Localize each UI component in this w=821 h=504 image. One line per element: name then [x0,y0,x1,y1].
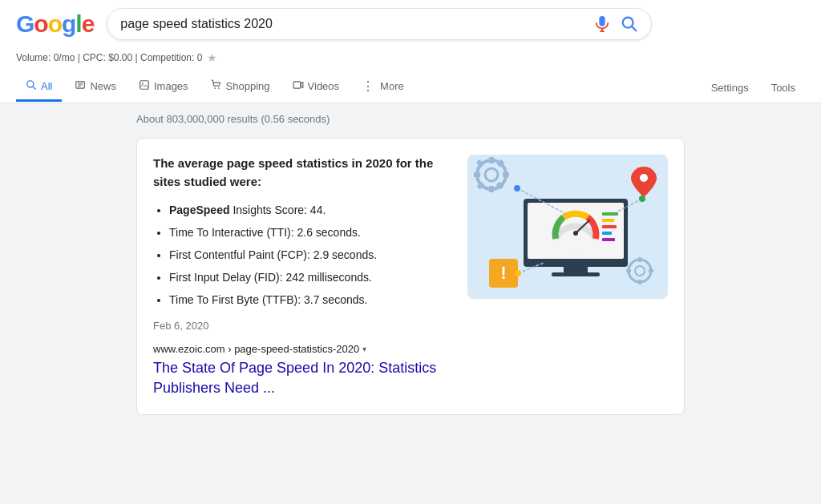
tab-news-label: News [90,80,116,92]
tab-news-icon [75,79,86,93]
star-icon[interactable]: ★ [207,51,217,64]
snippet-heading: The average page speed statistics in 202… [153,155,451,191]
tab-shopping[interactable]: Shopping [201,73,280,102]
list-item-text-4: First Input Delay (FID): 242 millisecond… [169,271,372,284]
tab-images-label: Images [154,80,188,92]
svg-rect-33 [552,272,600,276]
svg-rect-37 [602,212,618,216]
svg-rect-16 [489,157,494,163]
tab-videos-label: Videos [308,80,340,92]
tab-news[interactable]: News [65,73,126,102]
tab-more-label: More [380,80,404,92]
nav-tabs: All News Images Shopping Videos [16,69,805,103]
svg-point-11 [218,87,220,89]
more-dots-icon: ⋮ [362,79,376,94]
svg-point-9 [142,83,144,84]
snippet-content: The average page speed statistics in 202… [153,155,467,398]
svg-point-36 [573,231,578,236]
tab-images[interactable]: Images [129,73,198,102]
pagespeed-bold: PageSpeed [169,204,229,216]
list-item-text-1: Insights Score: 44. [233,204,326,216]
header-top: Google [16,8,805,48]
search-bar[interactable] [107,8,652,40]
svg-rect-29 [626,269,631,272]
list-item-text-2: Time To Interactive (TTI): 2.6 seconds. [169,226,361,239]
tab-all-label: All [41,80,52,92]
svg-rect-26 [638,257,641,262]
logo-e: e [82,10,95,37]
svg-rect-12 [293,82,301,88]
snippet-result-link[interactable]: The State Of Page Speed In 2020: Statist… [153,360,436,396]
svg-rect-39 [602,225,617,228]
svg-line-1 [633,26,637,30]
svg-point-49 [639,196,645,202]
tab-shopping-label: Shopping [226,80,270,92]
svg-point-50 [515,270,521,276]
tab-videos-icon [293,79,304,93]
list-item: First Contentful Paint (FCP): 2.9 second… [169,247,451,264]
logo-o1: o [34,10,47,37]
snippet-image: ! [467,155,668,299]
list-item-text-3: First Contentful Paint (FCP): 2.9 second… [169,248,377,261]
svg-rect-27 [638,280,641,284]
logo-l: l [75,10,81,37]
svg-text:!: ! [500,263,506,283]
svg-rect-28 [649,269,653,272]
svg-rect-18 [503,172,509,177]
svg-line-3 [33,87,35,89]
svg-rect-8 [140,81,149,90]
page-speed-illustration: ! [467,155,668,299]
svg-rect-19 [474,172,480,177]
results-count: About 803,000,000 results (0.56 seconds) [136,113,685,125]
svg-rect-17 [489,186,494,192]
nav-right-actions: Settings Tools [702,75,805,100]
google-logo: Google [16,10,94,38]
featured-snippet-card: The average page speed statistics in 202… [136,138,685,415]
svg-rect-38 [602,219,614,222]
list-item-text-5: Time To First Byte (TTFB): 3.7 seconds. [169,293,367,306]
snippet-list: PageSpeed Insights Score: 44. Time To In… [153,202,451,308]
settings-link[interactable]: Settings [702,75,758,100]
svg-rect-41 [602,238,615,241]
search-icons [593,15,638,33]
logo-g: G [16,10,34,37]
tab-more[interactable]: ⋮ More [352,72,414,103]
main-content: About 803,000,000 results (0.56 seconds)… [0,103,821,504]
keyword-stats: Volume: 0/mo | CPC: $0.00 | Competition:… [16,48,805,69]
google-logo-area: Google [16,10,94,38]
svg-point-48 [514,185,520,192]
tab-images-icon [139,79,150,93]
microphone-icon[interactable] [593,15,611,33]
svg-rect-32 [564,267,588,273]
search-input[interactable] [120,17,593,31]
tools-link[interactable]: Tools [762,75,805,100]
list-item: PageSpeed Insights Score: 44. [169,202,451,219]
svg-rect-40 [602,232,612,235]
svg-point-10 [214,87,216,89]
snippet-date: Feb 6, 2020 [153,320,451,332]
tab-all-icon [26,79,37,93]
tab-shopping-icon [211,79,222,93]
list-item: Time To First Byte (TTFB): 3.7 seconds. [169,292,451,308]
snippet-url-text: www.ezoic.com › page-speed-statistics-20… [153,343,359,355]
snippet-url: www.ezoic.com › page-speed-statistics-20… [153,343,451,355]
logo-o2: o [48,10,62,37]
search-icon[interactable] [621,15,638,33]
kw-stats-text: Volume: 0/mo | CPC: $0.00 | Competition:… [16,52,202,63]
header: Google Volume: 0/mo | CPC: $0.00 | Comp [0,0,821,103]
tab-videos[interactable]: Videos [283,73,350,102]
logo-g2: g [62,10,75,37]
svg-point-42 [640,174,648,182]
url-dropdown-icon[interactable]: ▾ [362,345,366,353]
tab-all[interactable]: All [16,73,62,102]
list-item: First Input Delay (FID): 242 millisecond… [169,269,451,286]
list-item: Time To Interactive (TTI): 2.6 seconds. [169,224,451,241]
